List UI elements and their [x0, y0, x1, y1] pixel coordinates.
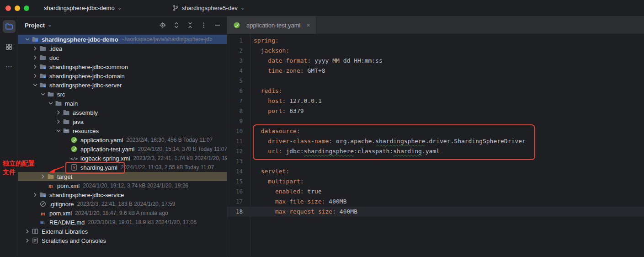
spring-file-icon	[233, 21, 241, 29]
line-number[interactable]: 3	[227, 56, 250, 66]
structure-tool-window-button[interactable]	[3, 40, 16, 53]
line-number[interactable]: 2	[227, 46, 250, 56]
code-line-text[interactable]: date-format: yyyy-MM-dd HH:mm:ss	[250, 56, 383, 66]
more-tool-windows-button[interactable]: ⋯	[3, 60, 16, 73]
close-tab-icon[interactable]: ×	[307, 22, 310, 28]
panel-title[interactable]: Project	[25, 22, 45, 29]
chevron-collapsed-icon[interactable]	[32, 54, 39, 61]
tree-row-shardingsphere-jdbc-common[interactable]: shardingsphere-jdbc-common	[18, 62, 227, 71]
code-editor[interactable]: 1spring:2 jackson:3 date-format: yyyy-MM…	[227, 34, 644, 257]
chevron-down-icon: ⌄	[240, 5, 245, 11]
tree-row-java[interactable]: java	[18, 117, 227, 126]
tree-row-readme-md[interactable]: M↓README.md2023/10/19, 19:01, 18.9 kB 20…	[18, 218, 227, 227]
chevron-collapsed-icon[interactable]	[32, 63, 39, 70]
chevron-collapsed-icon[interactable]	[55, 118, 62, 125]
project-tool-window-button[interactable]	[3, 20, 16, 33]
line-number[interactable]: 17	[227, 197, 250, 207]
tree-row-shardingsphere-jdbc-domain[interactable]: shardingsphere-jdbc-domain	[18, 71, 227, 80]
chevron-expanded-icon[interactable]	[39, 91, 47, 98]
code-line-text[interactable]: spring:	[250, 36, 279, 46]
line-number[interactable]: 9	[227, 116, 250, 126]
tree-row-resources[interactable]: resources	[18, 126, 227, 135]
tree-item-label: shardingsphere-jdbc-demo	[42, 36, 118, 43]
tree-row-target[interactable]: target	[18, 172, 227, 181]
tree-row-doc[interactable]: doc	[18, 53, 227, 62]
code-line-text[interactable]: max-request-size: 400MB	[250, 207, 357, 217]
folder-icon	[54, 100, 63, 107]
line-number[interactable]: 6	[227, 86, 250, 96]
code-line-text[interactable]: max-file-size: 400MB	[250, 197, 347, 207]
project-selector[interactable]: shardingsphere-jdbc-demo ⌄	[44, 5, 122, 11]
svg-text:m: m	[41, 210, 45, 217]
chevron-collapsed-icon[interactable]	[39, 173, 47, 180]
tree-row-scratches-and-consoles[interactable]: Scratches and Consoles	[18, 236, 227, 245]
tree-row-external-libraries[interactable]: External Libraries	[18, 227, 227, 236]
close-window-button[interactable]	[5, 5, 11, 11]
tree-item-label: resources	[73, 128, 99, 134]
branch-selector[interactable]: shardingsphere5-dev ⌄	[172, 5, 245, 11]
tree-row-shardingsphere-jdbc-server[interactable]: shardingsphere-jdbc-server	[18, 80, 227, 90]
code-line-text[interactable]: host: 127.0.0.1	[250, 96, 322, 106]
panel-options-icon[interactable]	[198, 20, 209, 31]
line-number[interactable]: 7	[227, 96, 250, 106]
line-number[interactable]: 18	[227, 207, 250, 217]
line-number[interactable]: 10	[227, 126, 250, 136]
line-number[interactable]: 11	[227, 136, 250, 146]
code-line-text[interactable]: driver-class-name: org.apache.shardingsp…	[250, 136, 526, 146]
code-line-text[interactable]: redis:	[250, 86, 282, 96]
code-line-text[interactable]: multipart:	[250, 177, 304, 187]
line-number[interactable]: 4	[227, 66, 250, 76]
chevron-expanded-icon[interactable]	[32, 81, 39, 89]
hide-panel-icon[interactable]	[212, 20, 223, 31]
tab-application-test-yaml[interactable]: application-test.yaml ×	[227, 16, 316, 34]
line-number[interactable]: 8	[227, 106, 250, 116]
code-line-text[interactable]	[250, 156, 254, 166]
tree-row-shardingsphere-jdbc-service[interactable]: shardingsphere-jdbc-service	[18, 190, 227, 199]
tree-row-sharding-yaml[interactable]: Ysharding.yaml2024/1/22, 11:03, 2.55 kB …	[18, 163, 227, 172]
module-icon	[39, 72, 47, 80]
code-line-text[interactable]: datasource:	[250, 126, 300, 136]
tree-row-main[interactable]: main	[18, 99, 227, 108]
editor-area: application-test.yaml × 1spring:2 jackso…	[227, 16, 644, 257]
tree-row-assembly[interactable]: assembly	[18, 108, 227, 117]
tree-row-pom-xml[interactable]: mpom.xml2024/1/20, 18:47, 9.6 kB A minut…	[18, 209, 227, 218]
tree-row-application-yaml[interactable]: application.yaml2023/2/4, 16:30, 456 B T…	[18, 135, 227, 145]
line-number[interactable]: 15	[227, 177, 250, 187]
chevron-collapsed-icon[interactable]	[24, 228, 31, 235]
zoom-window-button[interactable]	[24, 5, 29, 11]
collapse-all-icon[interactable]	[185, 20, 196, 31]
chevron-expanded-icon[interactable]	[24, 36, 31, 43]
tree-row-application-test-yaml[interactable]: application-test.yaml2024/1/20, 15:14, 3…	[18, 145, 227, 154]
tree-row-pom-xml[interactable]: mpom.xml2024/1/20, 19:12, 3.74 kB 2024/1…	[18, 181, 227, 190]
line-number[interactable]: 1	[227, 36, 250, 46]
chevron-collapsed-icon[interactable]	[55, 109, 62, 116]
tree-row-gitignore[interactable]: .gitignore2023/2/3, 22:41, 183 B 2024/1/…	[18, 199, 227, 209]
minimize-window-button[interactable]	[15, 5, 20, 11]
chevron-expanded-icon[interactable]	[55, 127, 62, 134]
expand-all-icon[interactable]	[171, 20, 182, 31]
chevron-collapsed-icon[interactable]	[32, 191, 39, 198]
line-number[interactable]: 16	[227, 187, 250, 197]
line-number[interactable]: 5	[227, 76, 250, 86]
code-line-text[interactable]: url: jdbc:shardingsphere:classpath:shard…	[250, 146, 440, 156]
chevron-collapsed-icon[interactable]	[32, 72, 39, 80]
code-line-text[interactable]: enabled: true	[250, 187, 322, 197]
line-number[interactable]: 13	[227, 156, 250, 166]
code-line-text[interactable]: jackson:	[250, 46, 289, 56]
chevron-collapsed-icon[interactable]	[32, 45, 39, 52]
code-line-text[interactable]	[250, 116, 254, 126]
chevron-collapsed-icon[interactable]	[24, 237, 31, 244]
locate-file-icon[interactable]	[157, 20, 168, 31]
code-line-text[interactable]: port: 6379	[250, 106, 304, 116]
tree-row-shardingsphere-jdbc-demo[interactable]: shardingsphere-jdbc-demo~/workspace/java…	[18, 35, 227, 44]
code-line-text[interactable]	[250, 76, 254, 86]
line-number[interactable]: 14	[227, 166, 250, 177]
code-line-text[interactable]: time-zone: GMT+8	[250, 66, 325, 76]
tree-row-idea[interactable]: .idea	[18, 44, 227, 53]
code-line-text[interactable]: servlet:	[250, 166, 289, 177]
line-number[interactable]: 12	[227, 146, 250, 156]
chevron-expanded-icon[interactable]	[47, 100, 54, 107]
tree-row-logback-spring-xml[interactable]: </>logback-spring.xml2023/2/3, 22:41, 1.…	[18, 154, 227, 163]
module-icon	[39, 191, 47, 198]
tree-row-src[interactable]: src	[18, 90, 227, 99]
